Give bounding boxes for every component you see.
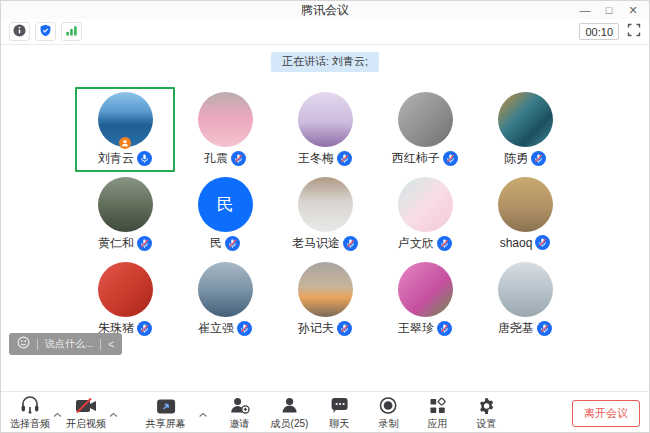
- window-controls: — □ ✕: [573, 1, 645, 19]
- participant-name: 西红柿子: [392, 150, 440, 167]
- participant-tile[interactable]: 孙记夫: [275, 257, 375, 342]
- participant-tile[interactable]: 卢文欣: [375, 172, 475, 257]
- toolbar-button-record[interactable]: 录制: [370, 395, 406, 431]
- chevron-up-icon[interactable]: [53, 412, 62, 418]
- members-icon: [279, 395, 299, 415]
- participant-avatar: [398, 177, 453, 232]
- mic-muted-icon: [535, 235, 550, 250]
- signal-bars-icon: [65, 23, 78, 41]
- toolbar-button-screen-share[interactable]: 共享屏幕: [146, 395, 186, 431]
- participant-name: 民: [210, 235, 222, 252]
- participant-avatar: [98, 92, 153, 147]
- mic-muted-icon: [531, 151, 546, 166]
- bottom-toolbar: 选择音频开启视频 共享屏幕邀请成员(25)聊天录制应用设置 离开会议: [1, 391, 649, 433]
- participant-tile[interactable]: 黄仁和: [75, 172, 175, 257]
- participant-tile[interactable]: 朱珠猪: [75, 257, 175, 342]
- participant-avatar: 民: [198, 177, 253, 232]
- toolbar-button-chat[interactable]: 聊天: [321, 395, 357, 431]
- toolbar-button-invite[interactable]: 邀请: [222, 395, 258, 431]
- chat-input-placeholder[interactable]: 说点什么...: [45, 337, 93, 351]
- headset-icon: [19, 395, 41, 415]
- mic-muted-icon: [137, 321, 152, 336]
- main-area: 正在讲话: 刘青云; 刘青云孔震王冬梅西红柿子陈勇黄仁和民民老马识途卢文欣sha…: [1, 45, 649, 391]
- participant-tile[interactable]: 王翠珍: [375, 257, 475, 342]
- participant-name-row: 老马识途: [292, 235, 358, 252]
- toolbar-button-headset[interactable]: 选择音频: [10, 395, 50, 431]
- participant-name: 王翠珍: [398, 320, 434, 337]
- participant-tile[interactable]: 王冬梅: [275, 87, 375, 172]
- minimize-button[interactable]: —: [573, 1, 597, 19]
- divider: [100, 339, 101, 350]
- chatbar-collapse-button[interactable]: <: [108, 339, 114, 350]
- leave-meeting-button[interactable]: 离开会议: [572, 400, 640, 427]
- toolbar-button-label: 邀请: [230, 417, 250, 431]
- chat-quick-bar[interactable]: 说点什么... <: [9, 333, 122, 355]
- chevron-up-icon[interactable]: [199, 412, 208, 418]
- toolbar-button-label: 选择音频: [10, 417, 50, 431]
- host-badge-icon: [119, 137, 131, 149]
- participant-name-row: 孔震: [204, 150, 246, 167]
- mic-muted-icon: [443, 151, 458, 166]
- mic-muted-icon: [437, 321, 452, 336]
- record-icon: [379, 395, 398, 415]
- mic-muted-icon: [343, 236, 358, 251]
- participant-name-row: 陈勇: [504, 150, 546, 167]
- fullscreen-button[interactable]: [627, 23, 641, 41]
- title-bar: 腾讯会议 — □ ✕: [1, 1, 649, 19]
- participant-avatar: [198, 262, 253, 317]
- participant-avatar: [498, 177, 553, 232]
- mic-muted-icon: [237, 321, 252, 336]
- toolbar-button-label: 开启视频: [66, 417, 106, 431]
- participant-tile[interactable]: shaoq: [475, 172, 575, 257]
- participant-tile[interactable]: 崔立强: [175, 257, 275, 342]
- participant-name-row: 王冬梅: [298, 150, 352, 167]
- toolbar-button-settings[interactable]: 设置: [468, 395, 504, 431]
- window-title: 腾讯会议: [301, 2, 349, 19]
- participant-name-row: 刘青云: [98, 150, 152, 167]
- toolbar-button-label: 聊天: [329, 417, 349, 431]
- shield-icon: [39, 23, 52, 41]
- participant-avatar: [498, 262, 553, 317]
- participants-grid: 刘青云孔震王冬梅西红柿子陈勇黄仁和民民老马识途卢文欣shaoq朱珠猪崔立强孙记夫…: [1, 45, 649, 342]
- mic-muted-icon: [537, 321, 552, 336]
- participant-name: 老马识途: [292, 235, 340, 252]
- info-icon: [13, 23, 26, 41]
- toolbar-button-members[interactable]: 成员(25): [271, 395, 309, 431]
- participant-name: shaoq: [500, 236, 533, 250]
- security-button[interactable]: [35, 22, 56, 41]
- app-window: 腾讯会议 — □ ✕ 00:10 正在讲话: 刘青云; 刘青云孔震王冬梅西红柿子…: [0, 0, 650, 433]
- participant-tile[interactable]: 陈勇: [475, 87, 575, 172]
- toolbar-button-camera-off[interactable]: 开启视频: [66, 395, 106, 431]
- participant-avatar: [98, 262, 153, 317]
- toolbar-button-label: 共享屏幕: [146, 417, 186, 431]
- participant-avatar: [498, 92, 553, 147]
- participant-avatar: [198, 92, 253, 147]
- participant-tile[interactable]: 刘青云: [75, 87, 175, 172]
- toolbar-button-label: 应用: [427, 417, 447, 431]
- meeting-info-button[interactable]: [9, 22, 30, 41]
- emoji-button[interactable]: [17, 335, 30, 353]
- participant-name-row: 卢文欣: [398, 235, 452, 252]
- participant-tile[interactable]: 民民: [175, 172, 275, 257]
- participant-avatar: [298, 177, 353, 232]
- mic-muted-icon: [225, 236, 240, 251]
- participant-name-row: 黄仁和: [98, 235, 152, 252]
- toolbar-button-apps[interactable]: 应用: [419, 395, 455, 431]
- participant-avatar: [398, 92, 453, 147]
- participant-tile[interactable]: 西红柿子: [375, 87, 475, 172]
- participant-name: 崔立强: [198, 320, 234, 337]
- participant-avatar: [98, 177, 153, 232]
- participant-tile[interactable]: 孔震: [175, 87, 275, 172]
- meeting-timer: 00:10: [579, 23, 619, 40]
- participant-tile[interactable]: 唐尧基: [475, 257, 575, 342]
- mic-muted-icon: [137, 236, 152, 251]
- participant-tile[interactable]: 老马识途: [275, 172, 375, 257]
- participant-name-row: 唐尧基: [498, 320, 552, 337]
- network-status-button[interactable]: [61, 22, 82, 41]
- mic-muted-icon: [231, 151, 246, 166]
- maximize-button[interactable]: □: [597, 1, 621, 19]
- close-button[interactable]: ✕: [621, 1, 645, 19]
- settings-icon: [477, 395, 495, 415]
- participant-avatar: [398, 262, 453, 317]
- chevron-up-icon[interactable]: [109, 412, 118, 418]
